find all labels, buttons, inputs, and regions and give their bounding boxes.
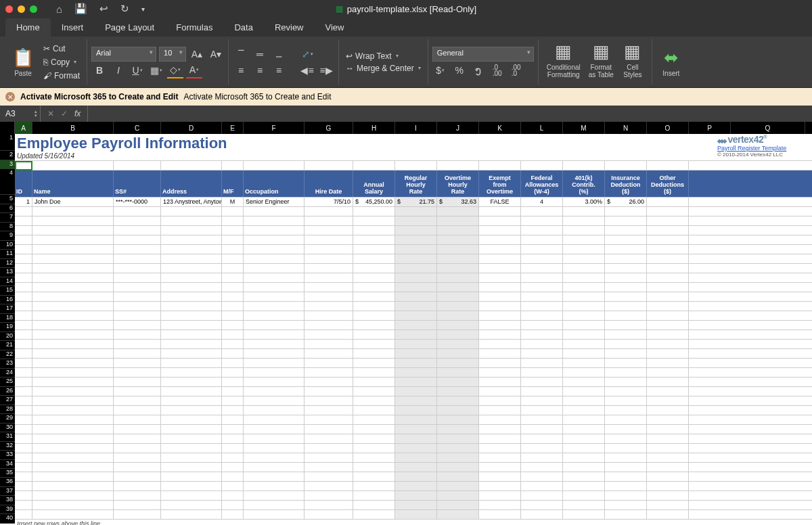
home-icon[interactable]: ⌂ — [56, 3, 62, 15]
row-header-18[interactable]: 18 — [0, 314, 15, 323]
row-header-1[interactable]: 1 — [0, 134, 15, 151]
more-toolbar-icon[interactable]: ▾ — [141, 5, 145, 13]
decrease-indent-icon[interactable]: ◀≡ — [299, 62, 315, 78]
column-header-A[interactable]: A — [15, 122, 32, 134]
row-header-36[interactable]: 36 — [0, 478, 15, 486]
column-header-I[interactable]: I — [395, 122, 437, 134]
row-header-19[interactable]: 19 — [0, 323, 15, 332]
align-right-icon[interactable]: ≡ — [271, 62, 287, 78]
align-top-icon[interactable]: ⎺ — [233, 46, 249, 62]
increase-font-icon[interactable]: A▴ — [189, 46, 205, 62]
row-header-7[interactable]: 7 — [0, 213, 15, 222]
row-header-26[interactable]: 26 — [0, 387, 15, 396]
column-header-L[interactable]: L — [521, 122, 563, 134]
borders-button[interactable]: ▦ — [148, 62, 164, 78]
align-middle-icon[interactable]: ═ — [252, 46, 268, 62]
row-header-30[interactable]: 30 — [0, 424, 15, 432]
fx-icon[interactable]: fx — [74, 109, 81, 118]
currency-button[interactable]: $ — [432, 62, 449, 78]
copy-button[interactable]: ⎘Copy — [41, 56, 83, 68]
tab-formulas[interactable]: Formulas — [165, 18, 223, 37]
row-header-14[interactable]: 14 — [0, 277, 15, 286]
format-painter-button[interactable]: 🖌Format — [41, 70, 83, 82]
conditional-formatting-button[interactable]: ▦Conditional Formatting — [543, 39, 585, 85]
row-header-31[interactable]: 31 — [0, 432, 15, 441]
undo-icon[interactable]: ↩ — [99, 3, 108, 15]
underline-button[interactable]: U — [129, 62, 145, 78]
row-header-13[interactable]: 13 — [0, 268, 15, 277]
increase-decimal-button[interactable]: .0.00 — [489, 62, 505, 78]
merge-center-button[interactable]: ↔Merge & Center — [343, 62, 424, 74]
decrease-decimal-button[interactable]: .00.0 — [508, 62, 524, 78]
row-header-9[interactable]: 9 — [0, 231, 15, 240]
row-header-37[interactable]: 37 — [0, 487, 15, 496]
column-header-P[interactable]: P — [689, 122, 731, 134]
redo-icon[interactable]: ↻ — [120, 3, 129, 15]
row-header-20[interactable]: 20 — [0, 332, 15, 341]
column-header-C[interactable]: C — [114, 122, 161, 134]
formula-input[interactable] — [87, 106, 812, 122]
column-header-E[interactable]: E — [222, 122, 244, 134]
row-header-22[interactable]: 22 — [0, 350, 15, 359]
cut-button[interactable]: ✂Cut — [41, 43, 83, 55]
paste-button[interactable]: 📋 Paste — [8, 45, 38, 78]
tab-page-layout[interactable]: Page Layout — [94, 18, 165, 37]
tab-review[interactable]: Review — [264, 18, 315, 37]
save-icon[interactable]: 💾 — [74, 3, 87, 15]
format-as-table-button[interactable]: ▦Format as Table — [585, 39, 618, 85]
name-box[interactable]: A3▴▾ — [0, 106, 41, 122]
orientation-icon[interactable]: ⤢ — [299, 46, 315, 62]
column-header-Q[interactable]: Q — [731, 122, 805, 134]
tab-view[interactable]: View — [315, 18, 355, 37]
row-header-17[interactable]: 17 — [0, 304, 15, 313]
align-left-icon[interactable]: ≡ — [233, 62, 249, 78]
cell-styles-button[interactable]: ▦Cell Styles — [618, 39, 648, 85]
row-header-25[interactable]: 25 — [0, 378, 15, 386]
row-header-27[interactable]: 27 — [0, 396, 15, 405]
italic-button[interactable]: I — [110, 62, 127, 78]
align-center-icon[interactable]: ≡ — [252, 62, 268, 78]
insert-cells-button[interactable]: ⬌Insert — [656, 45, 686, 78]
row-header-6[interactable]: 6 — [0, 204, 15, 213]
font-color-button[interactable]: A — [186, 62, 202, 78]
row-header-39[interactable]: 39 — [0, 505, 15, 514]
row-header-32[interactable]: 32 — [0, 442, 15, 451]
row-header-8[interactable]: 8 — [0, 223, 15, 231]
row-header-21[interactable]: 21 — [0, 341, 15, 350]
window-close-button[interactable] — [5, 5, 13, 13]
column-header-G[interactable]: G — [304, 122, 353, 134]
row-header-40[interactable]: 40 — [0, 514, 15, 523]
column-header-F[interactable]: F — [244, 122, 304, 134]
row-header-12[interactable]: 12 — [0, 259, 15, 268]
spreadsheet-grid[interactable]: 1234567891011121314151617181920212223242… — [0, 134, 812, 524]
row-header-15[interactable]: 15 — [0, 286, 15, 295]
tab-insert[interactable]: Insert — [51, 18, 95, 37]
font-size-select[interactable]: 10 — [159, 47, 186, 62]
enter-formula-icon[interactable]: ✓ — [61, 109, 68, 118]
decrease-font-icon[interactable]: A▾ — [208, 46, 224, 62]
column-header-K[interactable]: K — [479, 122, 521, 134]
column-header-D[interactable]: D — [161, 122, 222, 134]
row-header-11[interactable]: 11 — [0, 250, 15, 258]
column-header-H[interactable]: H — [353, 122, 395, 134]
column-header-N[interactable]: N — [605, 122, 647, 134]
increase-indent-icon[interactable]: ≡▶ — [318, 62, 334, 78]
template-link[interactable]: Payroll Register Template — [717, 145, 786, 152]
close-activation-icon[interactable]: ✕ — [5, 92, 15, 101]
comma-button[interactable]: ၅ — [470, 62, 487, 78]
column-header-O[interactable]: O — [647, 122, 689, 134]
row-header-35[interactable]: 35 — [0, 469, 15, 478]
row-header-10[interactable]: 10 — [0, 241, 15, 250]
row-header-5[interactable]: 5 — [0, 195, 15, 204]
cell-area[interactable]: ◆◆◆ vertex42® Payroll Register Template … — [15, 134, 812, 524]
fill-color-button[interactable]: ◇ — [167, 62, 183, 78]
select-all-corner[interactable] — [0, 122, 15, 134]
row-header-23[interactable]: 23 — [0, 359, 15, 368]
row-header-38[interactable]: 38 — [0, 496, 15, 505]
window-minimize-button[interactable] — [18, 5, 25, 13]
row-header-16[interactable]: 16 — [0, 296, 15, 304]
row-header-2[interactable]: 2 — [0, 151, 15, 160]
window-maximize-button[interactable] — [30, 5, 37, 13]
row-header-28[interactable]: 28 — [0, 405, 15, 414]
tab-home[interactable]: Home — [5, 18, 51, 37]
